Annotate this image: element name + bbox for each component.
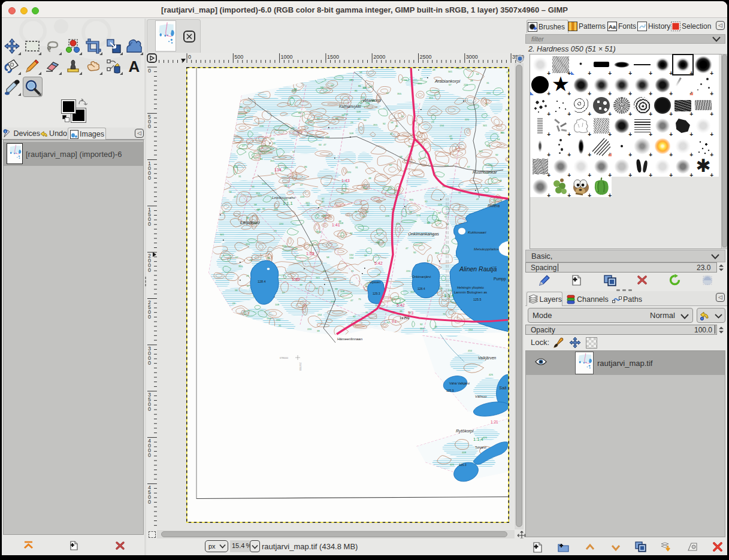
svg-text:Helsingin yliopisto: Helsingin yliopisto <box>457 286 484 289</box>
svg-text:58: 58 <box>258 208 261 211</box>
svg-text:64: 64 <box>497 138 500 141</box>
svg-text:47: 47 <box>449 135 452 138</box>
svg-text:i: i <box>5 130 5 134</box>
svg-text:108: 108 <box>356 110 361 113</box>
svg-text:Onkimanjärvi: Onkimanjärvi <box>412 275 431 279</box>
svg-text:86: 86 <box>395 125 398 128</box>
svg-text:75: 75 <box>358 298 361 301</box>
svg-text:226: 226 <box>385 214 390 217</box>
svg-text:58: 58 <box>254 203 257 206</box>
svg-text:39: 39 <box>309 280 312 283</box>
svg-text:426: 426 <box>450 463 455 466</box>
svg-text:220: 220 <box>486 92 491 95</box>
svg-text:48: 48 <box>368 177 371 180</box>
svg-text:426: 426 <box>483 436 488 439</box>
svg-text:58: 58 <box>315 287 318 290</box>
svg-text:Vähä Valkjärvi: Vähä Valkjärvi <box>449 382 470 385</box>
svg-text:220: 220 <box>347 171 352 174</box>
svg-text:226: 226 <box>283 167 288 169</box>
svg-text:1:1,4: 1:1,4 <box>444 293 454 298</box>
svg-text:1:41: 1:41 <box>332 223 340 227</box>
svg-text:86: 86 <box>355 89 358 92</box>
svg-text:0: 0 <box>148 221 151 227</box>
svg-text:341: 341 <box>316 276 320 279</box>
svg-text:6786000: 6786000 <box>280 357 288 359</box>
svg-text:2500: 2500 <box>420 54 432 60</box>
svg-text:64: 64 <box>335 117 338 120</box>
svg-text:64: 64 <box>364 119 367 122</box>
svg-text:64: 64 <box>476 72 479 75</box>
svg-text:5:42: 5:42 <box>397 303 405 307</box>
svg-text:Rytökorpi: Rytökorpi <box>456 429 474 434</box>
svg-text:86: 86 <box>267 256 270 259</box>
svg-text:134: 134 <box>468 328 473 331</box>
svg-text:86: 86 <box>294 87 297 90</box>
svg-text:31: 31 <box>365 210 368 213</box>
svg-text:226: 226 <box>259 125 264 128</box>
svg-text:Virtankorpi: Virtankorpi <box>362 98 382 103</box>
svg-text:220: 220 <box>396 222 401 225</box>
svg-text:67: 67 <box>467 165 470 168</box>
svg-text:5:3: 5:3 <box>392 320 397 323</box>
svg-text:31: 31 <box>501 131 504 134</box>
svg-text:23: 23 <box>232 302 235 305</box>
svg-text:134: 134 <box>267 317 271 320</box>
svg-text:31: 31 <box>363 86 366 89</box>
svg-text:2000: 2000 <box>373 54 385 60</box>
svg-text:226: 226 <box>438 203 443 206</box>
svg-text:39: 39 <box>317 329 320 332</box>
svg-text:355: 355 <box>409 198 414 201</box>
svg-text:355: 355 <box>435 252 440 255</box>
svg-text:341: 341 <box>363 186 368 189</box>
svg-text:67: 67 <box>240 105 243 108</box>
svg-text:0: 0 <box>148 123 151 129</box>
svg-text:220: 220 <box>406 270 411 273</box>
svg-text:31: 31 <box>238 175 241 178</box>
svg-text:0: 0 <box>148 499 151 505</box>
svg-text:39: 39 <box>300 283 303 286</box>
svg-text:86: 86 <box>358 84 361 87</box>
svg-text:47: 47 <box>406 247 409 250</box>
svg-text:134: 134 <box>317 313 322 316</box>
svg-text:Aa: Aa <box>609 23 616 30</box>
svg-text:220: 220 <box>233 165 238 168</box>
svg-text:Rusthollinkar: Rusthollinkar <box>473 170 497 174</box>
svg-text:67: 67 <box>282 291 285 294</box>
svg-text:341: 341 <box>479 150 483 153</box>
svg-text:58: 58 <box>391 121 394 124</box>
svg-text:220: 220 <box>279 222 284 225</box>
svg-text:47: 47 <box>362 215 365 218</box>
svg-text:Leipäsuonaho: Leipäsuonaho <box>272 195 295 199</box>
svg-text:75: 75 <box>485 103 488 106</box>
svg-text:47: 47 <box>242 144 245 147</box>
svg-text:14139: 14139 <box>400 316 410 320</box>
svg-text:64: 64 <box>331 84 334 87</box>
svg-text:0: 0 <box>148 452 151 458</box>
svg-text:92: 92 <box>420 323 423 326</box>
svg-text:64: 64 <box>285 184 288 187</box>
svg-text:92: 92 <box>446 223 449 226</box>
svg-text:23: 23 <box>350 121 353 124</box>
svg-text:58: 58 <box>409 211 412 214</box>
svg-text:128.4: 128.4 <box>258 280 266 283</box>
svg-text:226: 226 <box>274 208 279 211</box>
svg-text:Pumpp: Pumpp <box>494 277 506 281</box>
svg-text:1000: 1000 <box>281 54 293 60</box>
svg-text:0: 0 <box>148 267 151 273</box>
svg-text:1:1,1: 1:1,1 <box>283 201 293 206</box>
svg-text:434: 434 <box>468 349 473 352</box>
svg-text:134: 134 <box>274 168 282 172</box>
svg-text:67: 67 <box>235 256 238 259</box>
svg-text:Hämeenlinnaan: Hämeenlinnaan <box>337 337 362 341</box>
svg-text:67: 67 <box>427 259 430 262</box>
svg-text:Alinen Rautjä: Alinen Rautjä <box>459 265 497 273</box>
svg-text:58: 58 <box>326 256 329 259</box>
svg-text:58: 58 <box>235 289 238 292</box>
svg-text:Kukkosaari: Kukkosaari <box>468 230 486 234</box>
svg-text:108: 108 <box>275 303 280 306</box>
svg-text:64: 64 <box>319 143 322 146</box>
svg-text:67: 67 <box>386 92 389 95</box>
svg-text:23: 23 <box>273 142 276 145</box>
svg-text:31: 31 <box>319 204 322 207</box>
svg-text:1:1,4: 1:1,4 <box>473 437 483 442</box>
